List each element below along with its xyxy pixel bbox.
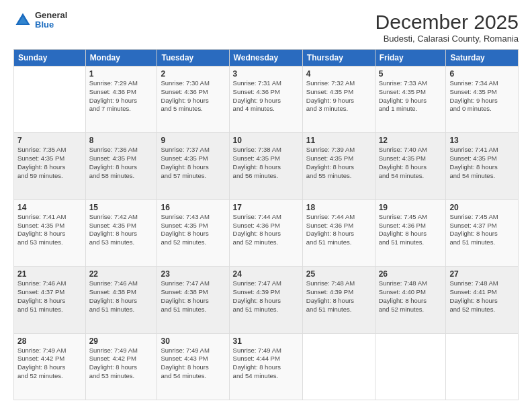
day-number: 8 xyxy=(89,136,154,145)
day-info-line: Sunrise: 7:29 AM xyxy=(89,79,138,87)
day-info-line: Daylight: 8 hours xyxy=(306,297,354,304)
calendar-header-row: SundayMondayTuesdayWednesdayThursdayFrid… xyxy=(14,50,519,66)
day-info-line: and 0 minutes. xyxy=(449,105,491,112)
day-number: 16 xyxy=(161,203,225,212)
calendar-day-19: 19Sunrise: 7:45 AMSunset: 4:36 PMDayligh… xyxy=(375,199,446,266)
day-info-line: Daylight: 8 hours xyxy=(233,163,281,171)
logo-blue: Blue xyxy=(35,20,67,30)
day-info-line: Sunrise: 7:46 AM xyxy=(17,279,66,287)
calendar-dow-saturday: Saturday xyxy=(446,50,519,66)
calendar-day-9: 9Sunrise: 7:37 AMSunset: 4:35 PMDaylight… xyxy=(157,133,229,199)
day-info: Sunrise: 7:39 AMSunset: 4:35 PMDaylight:… xyxy=(306,146,371,180)
calendar-day-3: 3Sunrise: 7:31 AMSunset: 4:36 PMDaylight… xyxy=(229,66,302,133)
day-info: Sunrise: 7:49 AMSunset: 4:42 PMDaylight:… xyxy=(89,347,154,381)
day-info: Sunrise: 7:45 AMSunset: 4:36 PMDaylight:… xyxy=(379,213,443,247)
day-info-line: Sunset: 4:35 PM xyxy=(306,88,353,95)
day-info-line: Sunset: 4:42 PM xyxy=(17,355,64,362)
day-info-line: Sunset: 4:44 PM xyxy=(233,355,280,362)
day-info-line: Sunrise: 7:46 AM xyxy=(89,279,138,287)
day-info-line: and 51 minutes. xyxy=(17,306,63,313)
day-info-line: Sunrise: 7:47 AM xyxy=(233,279,281,287)
day-info-line: and 3 minutes. xyxy=(306,105,348,112)
day-info-line: Sunset: 4:35 PM xyxy=(306,154,353,162)
day-number: 14 xyxy=(17,203,82,212)
day-info-line: Sunrise: 7:39 AM xyxy=(306,146,355,153)
day-info: Sunrise: 7:49 AMSunset: 4:42 PMDaylight:… xyxy=(17,347,82,381)
day-info-line: Daylight: 8 hours xyxy=(17,363,65,371)
calendar-dow-sunday: Sunday xyxy=(14,50,86,66)
calendar-day-13: 13Sunrise: 7:41 AMSunset: 4:35 PMDayligh… xyxy=(446,133,519,199)
day-info-line: Sunset: 4:35 PM xyxy=(379,154,426,162)
day-info-line: Sunrise: 7:45 AM xyxy=(449,213,498,220)
day-info: Sunrise: 7:38 AMSunset: 4:35 PMDaylight:… xyxy=(233,146,299,180)
day-number: 11 xyxy=(306,136,371,145)
day-info-line: Daylight: 8 hours xyxy=(306,163,354,171)
day-info-line: Sunset: 4:35 PM xyxy=(89,222,136,229)
day-info: Sunrise: 7:49 AMSunset: 4:44 PMDaylight:… xyxy=(233,347,299,381)
day-number: 31 xyxy=(233,336,299,346)
calendar-week-2: 7Sunrise: 7:35 AMSunset: 4:35 PMDaylight… xyxy=(14,133,519,199)
day-info-line: Sunrise: 7:41 AM xyxy=(449,146,498,153)
day-info-line: Sunset: 4:37 PM xyxy=(17,288,64,295)
logo-general: General xyxy=(35,11,67,20)
header: General Blue December 2025 Budesti, Cala… xyxy=(13,11,519,44)
calendar-day-22: 22Sunrise: 7:46 AMSunset: 4:38 PMDayligh… xyxy=(85,267,157,333)
day-info: Sunrise: 7:49 AMSunset: 4:43 PMDaylight:… xyxy=(161,347,225,381)
day-info: Sunrise: 7:48 AMSunset: 4:39 PMDaylight:… xyxy=(306,279,371,314)
day-info-line: Sunset: 4:37 PM xyxy=(449,222,496,229)
calendar-day-15: 15Sunrise: 7:42 AMSunset: 4:35 PMDayligh… xyxy=(85,199,157,266)
day-info: Sunrise: 7:34 AMSunset: 4:35 PMDaylight:… xyxy=(449,79,515,113)
day-info-line: Sunset: 4:36 PM xyxy=(161,88,208,95)
day-info-line: Sunrise: 7:44 AM xyxy=(306,213,355,220)
day-info: Sunrise: 7:47 AMSunset: 4:38 PMDaylight:… xyxy=(161,279,225,314)
day-info: Sunrise: 7:31 AMSunset: 4:36 PMDaylight:… xyxy=(233,79,299,113)
day-number: 18 xyxy=(306,203,371,212)
day-info-line: Daylight: 9 hours xyxy=(233,97,281,104)
day-number: 12 xyxy=(379,136,443,145)
day-info: Sunrise: 7:42 AMSunset: 4:35 PMDaylight:… xyxy=(89,213,154,247)
day-info-line: Daylight: 8 hours xyxy=(17,230,65,237)
day-info-line: Sunset: 4:35 PM xyxy=(449,88,496,95)
day-info-line: Daylight: 9 hours xyxy=(161,97,208,104)
calendar-day-24: 24Sunrise: 7:47 AMSunset: 4:39 PMDayligh… xyxy=(229,267,302,333)
calendar-empty-cell xyxy=(375,333,446,400)
calendar-week-4: 21Sunrise: 7:46 AMSunset: 4:37 PMDayligh… xyxy=(14,267,519,333)
day-number: 13 xyxy=(449,136,515,145)
day-info-line: and 51 minutes. xyxy=(379,238,425,246)
calendar-day-18: 18Sunrise: 7:44 AMSunset: 4:36 PMDayligh… xyxy=(302,199,375,266)
day-info: Sunrise: 7:30 AMSunset: 4:36 PMDaylight:… xyxy=(161,79,225,113)
day-info-line: and 53 minutes. xyxy=(89,372,135,379)
day-info-line: Sunrise: 7:42 AM xyxy=(89,213,138,220)
day-info-line: and 54 minutes. xyxy=(379,172,425,179)
day-info: Sunrise: 7:40 AMSunset: 4:35 PMDaylight:… xyxy=(379,146,443,180)
calendar-dow-thursday: Thursday xyxy=(302,50,375,66)
day-info: Sunrise: 7:48 AMSunset: 4:41 PMDaylight:… xyxy=(449,279,515,314)
day-number: 20 xyxy=(449,203,515,212)
calendar-day-28: 28Sunrise: 7:49 AMSunset: 4:42 PMDayligh… xyxy=(14,333,86,400)
calendar-week-1: 1Sunrise: 7:29 AMSunset: 4:36 PMDaylight… xyxy=(14,66,519,133)
day-info-line: and 51 minutes. xyxy=(306,306,352,313)
day-info-line: Daylight: 9 hours xyxy=(89,97,137,104)
day-info-line: Sunrise: 7:31 AM xyxy=(233,79,281,87)
calendar-dow-tuesday: Tuesday xyxy=(157,50,229,66)
day-info-line: and 53 minutes. xyxy=(89,238,135,246)
day-info-line: Sunset: 4:40 PM xyxy=(379,288,426,295)
calendar-dow-friday: Friday xyxy=(375,50,446,66)
day-info-line: and 58 minutes. xyxy=(89,172,135,179)
day-info-line: and 55 minutes. xyxy=(306,172,352,179)
day-info-line: and 52 minutes. xyxy=(449,306,495,313)
day-number: 24 xyxy=(233,269,299,279)
calendar-dow-monday: Monday xyxy=(85,50,157,66)
calendar-day-4: 4Sunrise: 7:32 AMSunset: 4:35 PMDaylight… xyxy=(302,66,375,133)
calendar-day-27: 27Sunrise: 7:48 AMSunset: 4:41 PMDayligh… xyxy=(446,267,519,333)
day-number: 7 xyxy=(17,136,82,145)
day-info-line: Sunrise: 7:33 AM xyxy=(379,79,427,87)
day-info: Sunrise: 7:33 AMSunset: 4:35 PMDaylight:… xyxy=(379,79,443,113)
day-info-line: Daylight: 8 hours xyxy=(379,297,427,304)
day-info: Sunrise: 7:47 AMSunset: 4:39 PMDaylight:… xyxy=(233,279,299,314)
calendar-day-8: 8Sunrise: 7:36 AMSunset: 4:35 PMDaylight… xyxy=(85,133,157,199)
day-info-line: Sunset: 4:36 PM xyxy=(379,222,426,229)
day-number: 28 xyxy=(17,336,82,346)
day-info-line: Sunset: 4:39 PM xyxy=(306,288,353,295)
day-info-line: Daylight: 8 hours xyxy=(161,297,208,304)
